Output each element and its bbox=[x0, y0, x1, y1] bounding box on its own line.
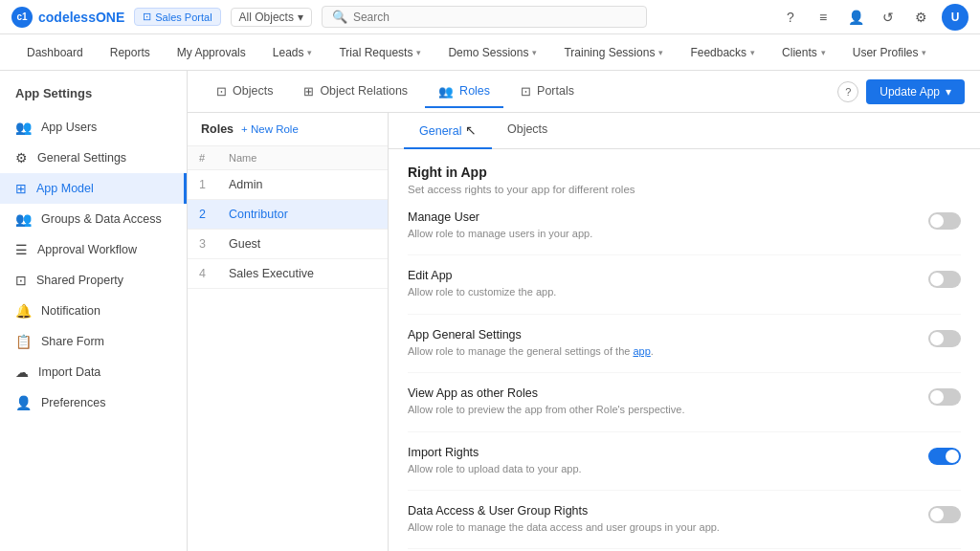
right-info: App General Settings Allow role to manag… bbox=[408, 328, 828, 359]
sidebar-label-app-model: App Model bbox=[36, 182, 94, 195]
sidebar-item-notification[interactable]: 🔔 Notification bbox=[0, 296, 187, 326]
right-info: Edit App Allow role to customize the app… bbox=[408, 269, 828, 299]
nav-feedbacks[interactable]: Feedbacks▾ bbox=[679, 40, 767, 65]
general-settings-icon: ⚙ bbox=[15, 150, 28, 165]
nav-reports[interactable]: Reports bbox=[99, 40, 162, 65]
tab-objects-label: Objects bbox=[233, 84, 273, 98]
sidebar-label-import-data: Import Data bbox=[38, 365, 100, 379]
table-row[interactable]: 3Guest bbox=[188, 230, 388, 259]
tab-portals[interactable]: ⊡ Portals bbox=[507, 77, 588, 108]
right-toggle[interactable] bbox=[928, 506, 961, 523]
tab-objects[interactable]: ⊡ Objects bbox=[203, 77, 286, 108]
sidebar-item-share-form[interactable]: 📋 Share Form bbox=[0, 326, 187, 357]
nav-dashboard[interactable]: Dashboard bbox=[15, 40, 95, 65]
logo: c1 codelessONE bbox=[11, 7, 124, 28]
right-item: Edit App Allow role to customize the app… bbox=[408, 269, 961, 314]
search-bar[interactable]: 🔍 bbox=[322, 6, 647, 28]
app-badge-label: Sales Portal bbox=[155, 11, 212, 23]
nav-clients[interactable]: Clients▾ bbox=[770, 40, 837, 65]
sidebar: App Settings 👥 App Users ⚙ General Setti… bbox=[0, 71, 188, 551]
roles-table: # Name 1Admin2Contributor3Guest4Sales Ex… bbox=[188, 146, 388, 289]
avatar[interactable]: U bbox=[942, 4, 969, 31]
sidebar-label-app-users: App Users bbox=[41, 121, 97, 134]
brand-name: codelessONE bbox=[38, 10, 124, 25]
sidebar-item-preferences[interactable]: 👤 Preferences bbox=[0, 387, 187, 418]
app-badge[interactable]: ⊡ Sales Portal bbox=[134, 8, 220, 26]
table-row[interactable]: 1Admin bbox=[188, 170, 388, 200]
rights-tab-objects[interactable]: Objects bbox=[492, 113, 563, 149]
logo-icon: c1 bbox=[11, 7, 33, 28]
feedbacks-caret: ▾ bbox=[750, 48, 755, 57]
demo-caret: ▾ bbox=[532, 48, 537, 57]
toggle-slider bbox=[928, 448, 961, 465]
nav-user-profiles[interactable]: User Profiles▾ bbox=[841, 40, 939, 65]
portals-tab-icon: ⊡ bbox=[521, 84, 531, 99]
rights-section-sub: Set access rights to your app for differ… bbox=[408, 184, 961, 195]
right-name: Data Access & User Group Rights bbox=[408, 504, 828, 518]
topbar-actions: ? ≡ 👤 ↺ ⚙ U bbox=[779, 4, 969, 31]
sidebar-label-preferences: Preferences bbox=[41, 396, 105, 409]
search-icon: 🔍 bbox=[332, 10, 347, 24]
nav-training-sessions[interactable]: Training Sessions▾ bbox=[552, 40, 675, 65]
roles-list-header: Roles + New Role bbox=[188, 113, 388, 146]
right-toggle[interactable] bbox=[928, 388, 961, 406]
tab-roles[interactable]: 👥 Roles bbox=[425, 77, 503, 108]
update-app-button[interactable]: Update App ▾ bbox=[866, 79, 965, 104]
tab-roles-label: Roles bbox=[459, 84, 490, 98]
sidebar-label-groups: Groups & Data Access bbox=[41, 212, 162, 226]
right-name: Import Rights bbox=[408, 446, 828, 459]
training-caret: ▾ bbox=[658, 48, 663, 57]
right-info: View App as other Roles Allow role to pr… bbox=[408, 386, 828, 417]
col-name: Name bbox=[217, 146, 388, 170]
sidebar-label-notification: Notification bbox=[41, 304, 100, 318]
tab-object-relations[interactable]: ⊞ Object Relations bbox=[290, 77, 421, 108]
sidebar-item-app-model[interactable]: ⊞ App Model bbox=[0, 173, 187, 204]
groups-icon: 👥 bbox=[15, 211, 32, 227]
right-toggle[interactable] bbox=[928, 448, 961, 465]
table-row[interactable]: 4Sales Executive bbox=[188, 259, 388, 289]
right-desc: Allow role to customize the app. bbox=[408, 285, 828, 299]
rights-tab-general[interactable]: General ↖ bbox=[404, 113, 492, 149]
help-icon-btn[interactable]: ? bbox=[779, 6, 802, 29]
update-app-caret: ▾ bbox=[946, 85, 951, 99]
right-desc-link[interactable]: app bbox=[633, 345, 650, 357]
clients-caret: ▾ bbox=[821, 48, 826, 57]
nav-demo-sessions[interactable]: Demo Sessions▾ bbox=[436, 40, 548, 65]
rights-content: Right in App Set access rights to your a… bbox=[389, 149, 980, 551]
sidebar-label-shared: Shared Property bbox=[36, 274, 123, 287]
content-help-icon[interactable]: ? bbox=[837, 81, 858, 102]
role-name: Sales Executive bbox=[217, 259, 388, 289]
all-objects-dropdown[interactable]: All Objects ▾ bbox=[231, 8, 312, 27]
sidebar-label-share-form: Share Form bbox=[41, 335, 104, 348]
sidebar-item-general-settings[interactable]: ⚙ General Settings bbox=[0, 143, 187, 173]
menu-icon-btn[interactable]: ≡ bbox=[812, 6, 835, 29]
right-toggle[interactable] bbox=[928, 271, 961, 288]
app-model-icon: ⊞ bbox=[15, 181, 27, 196]
sidebar-item-import-data[interactable]: ☁ Import Data bbox=[0, 357, 187, 387]
right-toggle[interactable] bbox=[928, 330, 961, 347]
sidebar-item-app-users[interactable]: 👥 App Users bbox=[0, 112, 187, 143]
table-row[interactable]: 2Contributor bbox=[188, 200, 388, 230]
right-item: Manage User Allow role to manage users i… bbox=[408, 210, 961, 255]
nav-my-approvals[interactable]: My Approvals bbox=[166, 40, 257, 65]
nav-leads[interactable]: Leads▾ bbox=[261, 40, 324, 65]
settings-icon-btn[interactable]: ⚙ bbox=[909, 6, 932, 29]
roles-list: Roles + New Role # Name 1Admin2Contribut… bbox=[188, 113, 389, 551]
role-num: 2 bbox=[188, 200, 217, 230]
search-input[interactable] bbox=[353, 11, 636, 24]
users-icon-btn[interactable]: 👤 bbox=[844, 6, 867, 29]
rights-items-list: Manage User Allow role to manage users i… bbox=[408, 210, 961, 551]
sidebar-item-shared-property[interactable]: ⊡ Shared Property bbox=[0, 265, 187, 296]
roles-list-title: Roles bbox=[201, 122, 234, 136]
approval-icon: ☰ bbox=[15, 242, 28, 257]
new-role-button[interactable]: + New Role bbox=[241, 123, 299, 135]
sidebar-item-groups-data-access[interactable]: 👥 Groups & Data Access bbox=[0, 204, 187, 234]
history-icon-btn[interactable]: ↺ bbox=[877, 6, 900, 29]
right-toggle[interactable] bbox=[928, 212, 961, 230]
cursor-indicator: ↖ bbox=[465, 122, 477, 138]
nav-trial-requests[interactable]: Trial Requests▾ bbox=[327, 40, 433, 65]
content-area: ⊡ Objects ⊞ Object Relations 👥 Roles ⊡ P… bbox=[188, 71, 980, 551]
right-desc: Allow role to preview the app from other… bbox=[408, 403, 828, 417]
sidebar-item-approval-workflow[interactable]: ☰ Approval Workflow bbox=[0, 234, 187, 265]
role-num: 4 bbox=[188, 259, 217, 289]
